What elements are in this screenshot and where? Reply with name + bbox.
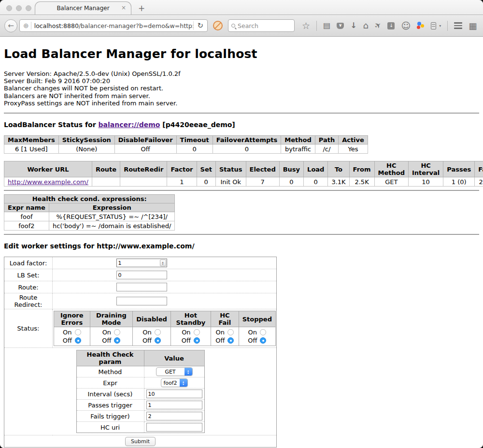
- disabled-off-radio[interactable]: [155, 337, 161, 344]
- worker-status-table: Worker URL Route RouteRedir Factor Set S…: [4, 161, 483, 187]
- draining-mode-off-radio[interactable]: [114, 337, 120, 344]
- save-page-addon-icon[interactable]: ↓: [387, 22, 395, 29]
- reading-list-icon[interactable]: ▤: [323, 22, 330, 29]
- url-host: localhost:8880: [34, 22, 79, 29]
- balancer-status-table: MaxMembers StickySession DisableFailover…: [4, 135, 368, 154]
- home-icon[interactable]: ⌂: [363, 22, 369, 29]
- multicolor-dots-addon-icon[interactable]: [417, 22, 425, 29]
- select-chevrons-icon: ▴▾: [180, 379, 187, 387]
- select-chevrons-icon: ▴▾: [185, 368, 192, 376]
- hc-fail-off-radio[interactable]: [227, 337, 234, 344]
- edit-worker-heading: Edit worker settings for http://www.exam…: [4, 242, 479, 250]
- disabled-on-radio[interactable]: [155, 329, 161, 335]
- load-factor-input[interactable]: 1 ▴▾: [116, 259, 167, 267]
- hot-standby-on-radio[interactable]: [194, 329, 200, 335]
- toolbar-buttons: ☆ ▤ ∨ ↓ ⌂ ✈ ↓ ☺ ▾ ▦: [302, 20, 477, 31]
- method-select[interactable]: GET ▴▾: [156, 367, 193, 376]
- fails-label: Fails trigger): [76, 411, 144, 422]
- expr-select[interactable]: foof2 ▴▾: [161, 378, 188, 387]
- tab-groups-icon[interactable]: ▦: [469, 21, 477, 31]
- search-placeholder: Search: [238, 22, 258, 29]
- passes-label: Passes trigger: [76, 400, 144, 411]
- table-header-row: MaxMembers StickySession DisableFailover…: [4, 136, 368, 145]
- table-header-row: Ignore Errors Draining Mode Disabled Hot…: [54, 311, 276, 327]
- submit-button[interactable]: Submit: [125, 437, 156, 446]
- table-header-row: Health Check param Value: [76, 350, 204, 366]
- load-factor-label: Load factor:: [4, 257, 53, 269]
- divider: [4, 113, 479, 114]
- passes-row: Passes trigger: [76, 400, 204, 411]
- ignore-errors-on-radio[interactable]: [75, 329, 81, 335]
- divider: [4, 190, 479, 191]
- route-redirect-label: Route Redirect:: [4, 293, 53, 309]
- interval-input[interactable]: [146, 390, 202, 398]
- persist-note-line: Balancer changes will NOT be persisted o…: [4, 85, 479, 92]
- close-window-button[interactable]: [6, 5, 12, 11]
- hc-uri-label: HC uri: [76, 422, 144, 433]
- clipboard-addon-icon[interactable]: [431, 22, 436, 29]
- search-bar[interactable]: Search: [228, 19, 295, 32]
- table-header-row: Worker URL Route RouteRedir Factor Set S…: [4, 161, 483, 177]
- table-header-row: Expr name Expression: [4, 203, 175, 212]
- passes-input[interactable]: [146, 401, 202, 409]
- url-bar[interactable]: ⊕ localhost:8880/balancer-manager?b=demo…: [19, 19, 208, 32]
- route-input[interactable]: [116, 283, 167, 291]
- interval-label: Interval (secs): [76, 389, 144, 400]
- browser-window: Balancer Manager × + ← ⊕ localhost:8880/…: [0, 0, 483, 448]
- interval-row: Interval (secs): [76, 389, 204, 400]
- status-toggle-table: Ignore Errors Draining Mode Disabled Hot…: [54, 311, 276, 346]
- expr-row: Expr foof2 ▴▾: [76, 377, 204, 389]
- lb-set-label: LB Set:: [4, 269, 53, 281]
- tab-close-icon[interactable]: ×: [121, 4, 126, 11]
- back-button[interactable]: ←: [4, 19, 17, 32]
- page-content: Load Balancer Manager for localhost Serv…: [0, 37, 483, 448]
- downloads-icon[interactable]: ↓: [350, 22, 356, 29]
- stopped-on-radio[interactable]: [260, 329, 266, 335]
- lb-set-row: LB Set:: [4, 269, 277, 281]
- worker-url-link[interactable]: http://www.example.com/: [8, 178, 88, 186]
- hc-uri-row: HC uri: [76, 422, 204, 433]
- balancer-demo-link[interactable]: balancer://demo: [99, 121, 160, 129]
- hot-standby-off-radio[interactable]: [194, 337, 200, 344]
- balancer-status-heading: LoadBalancer Status for balancer://demo …: [4, 121, 479, 129]
- smiley-addon-icon[interactable]: ☺: [401, 22, 411, 29]
- hc-fail-on-radio[interactable]: [227, 329, 234, 335]
- number-stepper-icon[interactable]: ▴▾: [160, 260, 166, 266]
- proxypass-note-line: ProxyPass settings are NOT inherited fro…: [4, 100, 479, 107]
- fails-input[interactable]: [146, 412, 202, 420]
- status-label: Status:: [4, 309, 53, 348]
- hc-uri-input[interactable]: [146, 423, 202, 432]
- inherit-note-line: Balancers are NOT inherited from main se…: [4, 92, 479, 100]
- expr-row: foof %{REQUEST_STATUS} =~ /^[234]/: [4, 212, 175, 221]
- health-check-params-row: Health Check param Value Method GET ▴▾: [4, 348, 277, 435]
- url-divider: [31, 22, 31, 29]
- health-check-param-table: Health Check param Value Method GET ▴▾: [76, 350, 205, 433]
- menu-hamburger-icon[interactable]: [454, 22, 462, 29]
- divider: [4, 234, 479, 235]
- bookmark-star-icon[interactable]: ☆: [302, 20, 310, 31]
- pocket-icon[interactable]: ∨: [337, 23, 344, 29]
- new-tab-button[interactable]: +: [138, 4, 145, 13]
- send-tab-icon[interactable]: ✈: [373, 21, 383, 31]
- server-info: Server Version: Apache/2.5.0-dev (Unix) …: [4, 70, 479, 107]
- tab-balancer-manager[interactable]: Balancer Manager ×: [35, 1, 131, 14]
- lb-set-input[interactable]: [116, 271, 167, 279]
- status-radio-row: On Off On Off On Off: [54, 327, 276, 346]
- stopped-off-radio[interactable]: [260, 337, 266, 344]
- method-label: Method: [76, 366, 144, 377]
- ignore-errors-off-radio[interactable]: [75, 337, 81, 344]
- url-text[interactable]: localhost:8880/balancer-manager?b=demo&w…: [34, 22, 194, 29]
- minimize-window-button[interactable]: [16, 5, 22, 11]
- worker-row: http://www.example.com/ 1 0 Init Ok 7 0 …: [4, 177, 483, 187]
- plugin-blocked-icon[interactable]: [213, 21, 223, 30]
- site-identity-globe-icon[interactable]: ⊕: [23, 22, 29, 29]
- route-redirect-input[interactable]: [116, 297, 167, 305]
- table-title-row: Health check cond. expressions:: [4, 195, 175, 203]
- status-row: Status: Ignore Errors Draining Mode Disa…: [4, 309, 277, 348]
- zoom-window-button[interactable]: [26, 5, 31, 11]
- page-title: Load Balancer Manager for localhost: [4, 47, 479, 61]
- draining-mode-on-radio[interactable]: [114, 329, 120, 335]
- route-redirect-row: Route Redirect:: [4, 293, 277, 309]
- addon-dropdown-caret-icon[interactable]: ▾: [439, 24, 441, 28]
- reload-icon[interactable]: ↻: [193, 21, 205, 30]
